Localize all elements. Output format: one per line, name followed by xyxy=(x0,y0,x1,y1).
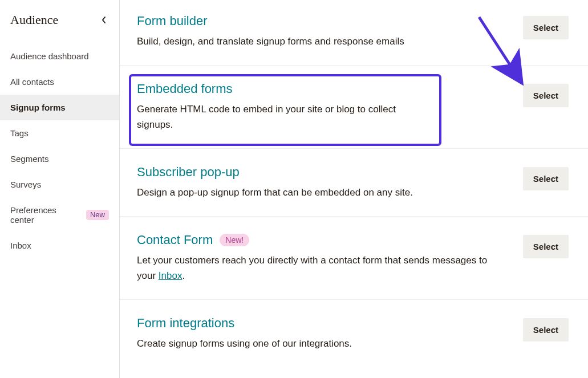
form-option-popup: Subscriber pop-up Design a pop-up signup… xyxy=(120,149,588,217)
sidebar: Audience Audience dashboard All contacts… xyxy=(0,0,120,378)
sidebar-item-segments[interactable]: Segments xyxy=(0,146,119,172)
sidebar-nav: Audience dashboard All contacts Signup f… xyxy=(0,43,119,258)
form-option-embedded: Embedded forms Generate HTML code to emb… xyxy=(120,66,588,149)
sidebar-item-label: Tags xyxy=(10,128,29,138)
sidebar-item-surveys[interactable]: Surveys xyxy=(0,172,119,197)
form-option-title[interactable]: Contact Form New! xyxy=(137,233,500,247)
select-button[interactable]: Select xyxy=(523,167,569,190)
form-title-text: Embedded forms xyxy=(137,82,233,96)
sidebar-item-audience-dashboard[interactable]: Audience dashboard xyxy=(0,43,119,69)
form-option-title[interactable]: Form builder xyxy=(137,14,500,29)
sidebar-item-label: Inbox xyxy=(10,241,31,250)
sidebar-item-label: Signup forms xyxy=(10,103,66,112)
select-button[interactable]: Select xyxy=(523,16,569,39)
sidebar-item-inbox[interactable]: Inbox xyxy=(0,233,119,258)
form-option-info: Form integrations Create signup forms us… xyxy=(137,316,523,351)
form-option-title[interactable]: Form integrations xyxy=(137,316,500,331)
select-button[interactable]: Select xyxy=(523,235,569,258)
sidebar-item-label: Preferences center xyxy=(10,205,82,225)
form-title-text: Subscriber pop-up xyxy=(137,165,240,180)
form-option-contact: Contact Form New! Let your customers rea… xyxy=(120,217,588,300)
select-button[interactable]: Select xyxy=(523,84,569,107)
desc-text-b: . xyxy=(182,270,185,281)
form-option-title[interactable]: Subscriber pop-up xyxy=(137,165,500,180)
form-option-builder: Form builder Build, design, and translat… xyxy=(120,0,588,66)
main-content: Form builder Build, design, and translat… xyxy=(120,0,588,378)
form-option-desc: Design a pop-up signup form that can be … xyxy=(137,185,500,200)
form-title-text: Contact Form xyxy=(137,233,213,247)
form-option-info: Contact Form New! Let your customers rea… xyxy=(137,233,523,283)
inbox-link[interactable]: Inbox xyxy=(159,270,183,281)
form-option-title[interactable]: Embedded forms xyxy=(137,82,411,96)
chevron-left-icon[interactable] xyxy=(100,16,108,24)
form-option-desc: Generate HTML code to embed in your site… xyxy=(137,102,411,132)
new-badge: New xyxy=(86,210,109,220)
sidebar-item-label: Segments xyxy=(10,154,49,164)
sidebar-item-tags[interactable]: Tags xyxy=(0,120,119,146)
sidebar-item-all-contacts[interactable]: All contacts xyxy=(0,69,119,95)
new-badge: New! xyxy=(220,234,249,246)
form-option-info: Subscriber pop-up Design a pop-up signup… xyxy=(137,165,523,200)
sidebar-title: Audience xyxy=(10,13,58,27)
sidebar-item-label: Audience dashboard xyxy=(10,51,89,61)
select-button[interactable]: Select xyxy=(523,318,569,342)
form-option-desc: Build, design, and translate signup form… xyxy=(137,34,500,49)
sidebar-item-signup-forms[interactable]: Signup forms xyxy=(0,95,119,120)
sidebar-item-preferences-center[interactable]: Preferences center New xyxy=(0,197,119,233)
sidebar-item-label: Surveys xyxy=(10,180,41,189)
desc-text-a: Let your customers reach you directly wi… xyxy=(137,255,487,281)
form-option-desc: Create signup forms using one of our int… xyxy=(137,336,500,351)
form-title-text: Form integrations xyxy=(137,316,234,331)
sidebar-header: Audience xyxy=(0,13,119,38)
form-title-text: Form builder xyxy=(137,14,207,29)
form-option-integrations: Form integrations Create signup forms us… xyxy=(120,300,588,367)
form-option-info: Form builder Build, design, and translat… xyxy=(137,14,523,49)
form-option-desc: Let your customers reach you directly wi… xyxy=(137,253,500,283)
form-option-info: Embedded forms Generate HTML code to emb… xyxy=(137,82,433,132)
sidebar-item-label: All contacts xyxy=(10,77,54,87)
